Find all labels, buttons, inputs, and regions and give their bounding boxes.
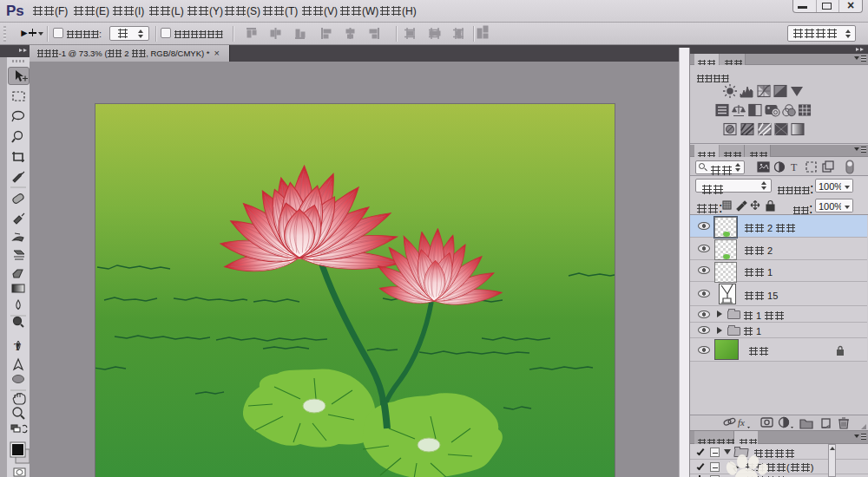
svg-text:T: T — [791, 161, 798, 173]
svg-text:T: T — [14, 340, 21, 353]
svg-text:fx: fx — [738, 417, 745, 428]
